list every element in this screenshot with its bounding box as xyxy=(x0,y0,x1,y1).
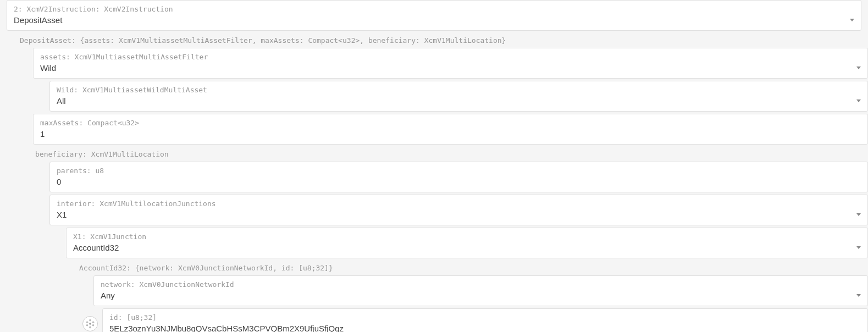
beneficiary-header: beneficiary: XcmV1MultiLocation xyxy=(29,147,868,162)
assets-value: Wild xyxy=(40,63,852,73)
interior-selector[interactable]: interior: XcmV1MultilocationJunctions X1 xyxy=(49,195,868,225)
svg-point-5 xyxy=(92,324,95,327)
parents-input[interactable] xyxy=(57,177,861,186)
parents-field[interactable]: parents: u8 xyxy=(49,162,868,192)
caret-down-icon xyxy=(856,246,861,249)
max-assets-label: maxAssets: Compact<u32> xyxy=(40,119,861,127)
svg-point-2 xyxy=(92,321,95,323)
id-input[interactable] xyxy=(109,324,861,332)
x1-value: AccountId32 xyxy=(73,243,852,252)
id-label: id: [u8;32] xyxy=(109,313,861,322)
identicon-icon xyxy=(82,316,98,331)
id-field[interactable]: id: [u8;32] xyxy=(102,308,868,332)
max-assets-field[interactable]: maxAssets: Compact<u32> xyxy=(33,114,868,145)
instruction-selector[interactable]: 2: XcmV2Instruction: XcmV2Instruction De… xyxy=(7,0,861,31)
caret-down-icon xyxy=(856,99,861,102)
interior-label: interior: XcmV1MultilocationJunctions xyxy=(57,200,861,208)
svg-point-4 xyxy=(86,324,89,327)
caret-down-icon xyxy=(856,213,861,216)
svg-point-3 xyxy=(89,323,91,325)
svg-point-6 xyxy=(89,327,91,329)
x1-label: X1: XcmV1Junction xyxy=(73,233,861,241)
assets-selector[interactable]: assets: XcmV1MultiassetMultiAssetFilter … xyxy=(33,48,868,79)
wild-label: Wild: XcmV1MultiassetWildMultiAsset xyxy=(57,86,861,94)
caret-down-icon xyxy=(856,67,861,69)
x1-selector[interactable]: X1: XcmV1Junction AccountId32 xyxy=(66,228,868,258)
instruction-value: DepositAsset xyxy=(14,15,845,25)
network-selector[interactable]: network: XcmV0JunctionNetworkId Any xyxy=(93,275,868,306)
network-label: network: XcmV0JunctionNetworkId xyxy=(101,280,861,289)
deposit-asset-header: DepositAsset: {assets: XcmV1MultiassetMu… xyxy=(13,33,868,48)
svg-point-1 xyxy=(86,321,89,323)
assets-label: assets: XcmV1MultiassetMultiAssetFilter xyxy=(40,53,861,61)
wild-selector[interactable]: Wild: XcmV1MultiassetWildMultiAsset All xyxy=(49,81,868,112)
parents-label: parents: u8 xyxy=(57,167,861,175)
wild-value: All xyxy=(57,96,852,106)
max-assets-input[interactable] xyxy=(40,129,861,139)
interior-value: X1 xyxy=(57,210,852,219)
svg-point-0 xyxy=(89,319,91,322)
caret-down-icon xyxy=(850,19,854,21)
instruction-label: 2: XcmV2Instruction: XcmV2Instruction xyxy=(14,5,854,13)
accountid32-header: AccountId32: {network: XcmV0JunctionNetw… xyxy=(73,261,868,275)
network-value: Any xyxy=(101,291,852,300)
caret-down-icon xyxy=(856,294,861,297)
